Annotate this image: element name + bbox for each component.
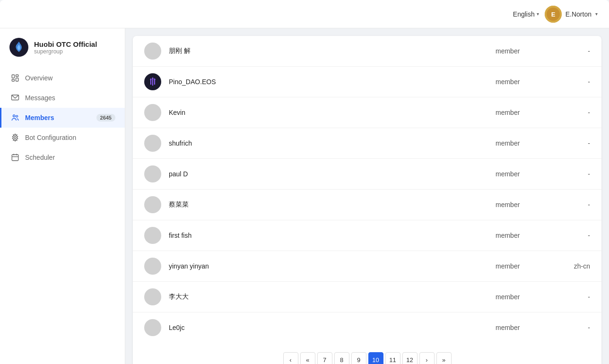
member-name: first fish xyxy=(169,232,496,239)
member-name: Le0jc xyxy=(169,324,496,331)
sidebar-item-members[interactable]: Members2645 xyxy=(0,108,125,128)
member-role: member xyxy=(496,170,552,178)
table-row[interactable]: 朋刚 解member- xyxy=(133,36,601,67)
pagination-page-8-button[interactable]: 8 xyxy=(334,352,349,364)
table-row[interactable]: paul Dmember- xyxy=(133,159,601,190)
nav-container: OverviewMessagesMembers2645Bot Configura… xyxy=(0,68,125,167)
brand-text: Huobi OTC Official supergroup xyxy=(34,40,97,55)
pagination-page-10-button[interactable]: 10 xyxy=(368,352,383,364)
language-selector[interactable]: English ▾ xyxy=(513,10,539,18)
member-name: 李大大 xyxy=(169,293,496,301)
members-table: 朋刚 解member-Pino_DAO.EOSmember-Kevinmembe… xyxy=(133,36,601,343)
brand: Huobi OTC Official supergroup xyxy=(0,38,125,68)
svg-rect-12 xyxy=(12,155,18,161)
member-avatar xyxy=(144,227,161,244)
brand-name: Huobi OTC Official xyxy=(34,40,97,48)
pagination-page-7-button[interactable]: 7 xyxy=(317,352,332,364)
member-language: - xyxy=(552,109,590,116)
member-role: member xyxy=(496,47,552,55)
sidebar-item-messages[interactable]: Messages xyxy=(0,88,125,108)
pagination-page-9-button[interactable]: 9 xyxy=(351,352,366,364)
brand-logo xyxy=(9,38,28,57)
member-language: - xyxy=(552,232,590,239)
member-role: member xyxy=(496,201,552,208)
svg-rect-7 xyxy=(12,79,14,81)
gear-icon xyxy=(11,133,19,142)
svg-rect-19 xyxy=(154,80,155,85)
language-label: English xyxy=(513,10,535,18)
user-chevron-icon: ▾ xyxy=(595,11,598,17)
table-row[interactable]: 蔡菜菜member- xyxy=(133,190,601,220)
table-row[interactable]: 李大大member- xyxy=(133,282,601,312)
member-language: - xyxy=(552,201,590,208)
member-language: - xyxy=(552,139,590,147)
svg-rect-6 xyxy=(16,78,18,81)
member-name: Kevin xyxy=(169,109,496,116)
member-role: member xyxy=(496,78,552,86)
svg-text:E: E xyxy=(551,11,555,18)
top-bar-right: English ▾ E E.Norton ▾ xyxy=(513,6,598,23)
member-name: Pino_DAO.EOS xyxy=(169,78,496,86)
member-avatar xyxy=(144,135,161,152)
user-name-label: E.Norton xyxy=(566,10,592,18)
language-chevron-icon: ▾ xyxy=(537,11,539,17)
member-name: 朋刚 解 xyxy=(169,47,496,55)
member-language: zh-cn xyxy=(552,262,590,270)
member-name: 蔡菜菜 xyxy=(169,200,496,209)
sidebar-label-members: Members xyxy=(25,114,54,121)
pagination: ‹«789101112›» xyxy=(133,343,601,364)
brand-subtitle: supergroup xyxy=(34,48,97,55)
user-menu[interactable]: E E.Norton ▾ xyxy=(545,6,598,23)
chart-icon xyxy=(11,74,19,82)
top-bar: English ▾ E E.Norton ▾ xyxy=(0,0,609,28)
sidebar-label-scheduler: Scheduler xyxy=(25,154,55,161)
svg-point-9 xyxy=(13,115,16,117)
members-icon xyxy=(11,113,19,122)
main-layout: Huobi OTC Official supergroup OverviewMe… xyxy=(0,28,609,364)
members-card: 朋刚 解member-Pino_DAO.EOSmember-Kevinmembe… xyxy=(133,36,601,364)
member-avatar xyxy=(144,104,161,121)
avatar: E xyxy=(545,6,562,23)
member-role: member xyxy=(496,293,552,301)
sidebar: Huobi OTC Official supergroup OverviewMe… xyxy=(0,28,125,364)
member-avatar xyxy=(144,165,161,182)
table-row[interactable]: yinyan yinyanmemberzh-cn xyxy=(133,251,601,282)
pagination-prev-prev-button[interactable]: « xyxy=(300,352,315,364)
calendar-icon xyxy=(11,153,19,162)
huobi-logo-icon xyxy=(9,38,28,57)
avatar-icon: E xyxy=(545,6,562,23)
table-row[interactable]: Kevinmember- xyxy=(133,97,601,128)
member-language: - xyxy=(552,324,590,331)
svg-rect-5 xyxy=(16,75,18,77)
member-name: shufrich xyxy=(169,139,496,147)
table-row[interactable]: shufrichmember- xyxy=(133,128,601,159)
table-row[interactable]: Le0jcmember- xyxy=(133,312,601,343)
pagination-first-button[interactable]: ‹ xyxy=(283,352,298,364)
sidebar-item-scheduler[interactable]: Scheduler xyxy=(0,147,125,167)
sidebar-item-overview[interactable]: Overview xyxy=(0,68,125,88)
table-row[interactable]: first fishmember- xyxy=(133,220,601,251)
member-custom-avatar xyxy=(144,73,161,90)
pagination-page-11-button[interactable]: 11 xyxy=(385,352,400,364)
member-role: member xyxy=(496,262,552,270)
member-avatar xyxy=(144,196,161,213)
sidebar-item-bot-config[interactable]: Bot Configuration xyxy=(0,128,125,147)
svg-point-10 xyxy=(16,115,18,117)
member-avatar xyxy=(144,319,161,336)
member-name: yinyan yinyan xyxy=(169,262,496,270)
member-language: - xyxy=(552,78,590,86)
member-name: paul D xyxy=(169,170,496,178)
message-icon xyxy=(11,94,19,102)
table-row[interactable]: Pino_DAO.EOSmember- xyxy=(133,67,601,97)
sidebar-label-bot-config: Bot Configuration xyxy=(25,134,76,141)
member-avatar xyxy=(144,43,161,60)
pagination-next-button[interactable]: › xyxy=(419,352,435,364)
pagination-next-next-button[interactable]: » xyxy=(436,352,452,364)
sidebar-badge-members: 2645 xyxy=(96,114,115,121)
member-language: - xyxy=(552,47,590,55)
sidebar-label-overview: Overview xyxy=(25,74,52,82)
content-area: 朋刚 解member-Pino_DAO.EOSmember-Kevinmembe… xyxy=(125,28,609,364)
member-role: member xyxy=(496,139,552,147)
member-role: member xyxy=(496,232,552,239)
pagination-page-12-button[interactable]: 12 xyxy=(402,352,418,364)
